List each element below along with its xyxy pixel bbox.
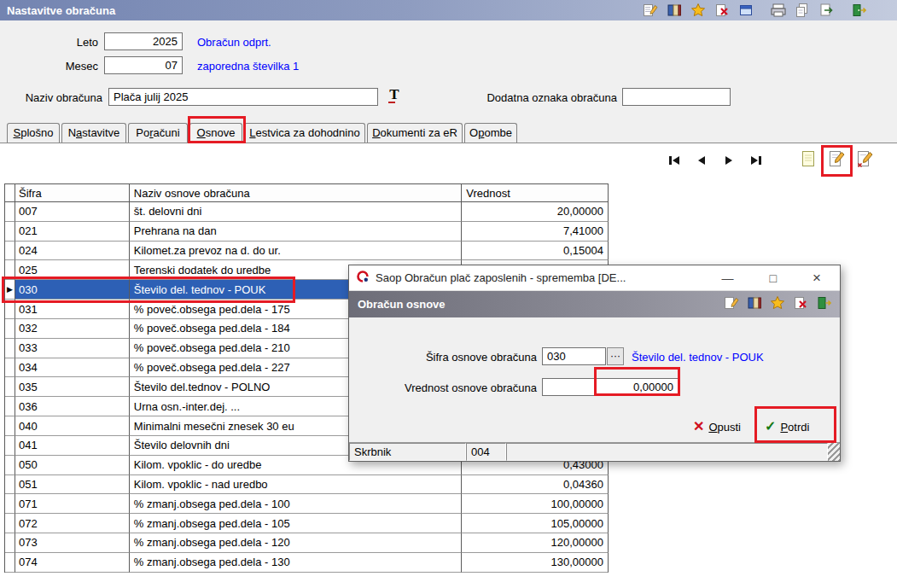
tab-osnove[interactable]: Osnove xyxy=(189,123,242,143)
cancel-x-icon: ✕ xyxy=(693,420,704,434)
row-value: 20,00000 xyxy=(462,202,609,222)
exit-icon[interactable] xyxy=(816,295,831,313)
minimize-icon[interactable]: — xyxy=(722,270,734,287)
header-naziv[interactable]: Naziv osnove obračuna xyxy=(130,183,462,202)
row-value: 0,15004 xyxy=(462,242,609,261)
table-row[interactable]: 051 Kilom. vpoklic - nad uredbo 0,04360 xyxy=(5,475,609,495)
row-indicator xyxy=(5,416,15,436)
window-title: Nastavitve obračuna xyxy=(7,4,115,17)
row-code: 050 xyxy=(15,456,130,475)
row-name: % zmanj.obsega ped.dela - 130 xyxy=(130,553,462,573)
lookup-icon[interactable] xyxy=(747,295,762,313)
maximize-icon[interactable]: □ xyxy=(770,270,777,287)
tab-dokumenti-za-er[interactable]: Dokumenti za eR xyxy=(367,123,463,143)
leto-label: Leto xyxy=(17,36,98,49)
naziv-obracuna-field[interactable] xyxy=(108,88,378,106)
row-code: 036 xyxy=(15,397,130,416)
leto-field[interactable] xyxy=(104,32,183,50)
row-code: 051 xyxy=(15,475,130,495)
vrednost-osnove-field[interactable] xyxy=(542,378,679,396)
first-record-icon[interactable] xyxy=(664,151,684,170)
font-icon[interactable]: T xyxy=(387,86,402,103)
row-indicator xyxy=(5,533,15,553)
mesec-label: Mesec xyxy=(17,60,98,73)
row-code: 072 xyxy=(15,514,130,533)
row-indicator xyxy=(5,202,15,222)
lookup-icon[interactable] xyxy=(665,2,684,19)
window-icon[interactable] xyxy=(737,2,755,19)
row-indicator xyxy=(5,260,15,280)
dialog-status-bar: Skrbnik 004 xyxy=(349,442,840,461)
tab-nastavitve[interactable]: Nastavitve xyxy=(61,123,126,143)
tab-splosno[interactable]: Splošno xyxy=(7,123,60,143)
table-row[interactable]: 071 % zmanj.obsega ped.dela - 100 100,00… xyxy=(5,494,609,514)
row-name: % zmanj.obsega ped.dela - 100 xyxy=(130,494,462,514)
table-row[interactable]: 073 % zmanj.obsega ped.dela - 120 120,00… xyxy=(5,533,609,553)
row-code: 034 xyxy=(15,358,130,378)
main-titlebar[interactable]: Nastavitve obračuna xyxy=(0,0,897,20)
edit-icon[interactable] xyxy=(724,295,739,313)
last-record-icon[interactable] xyxy=(746,151,766,170)
row-code: 021 xyxy=(15,222,130,242)
table-header: Šifra Naziv osnove obračuna Vrednost xyxy=(4,183,609,202)
tab-lestvica-za-dohodnino[interactable]: Lestvica za dohodnino xyxy=(244,123,365,143)
edit-icon[interactable] xyxy=(641,2,660,19)
tab-opombe[interactable]: Opombe xyxy=(464,123,517,143)
dodatna-oznaka-field[interactable] xyxy=(622,88,731,106)
table-row[interactable]: 024 Kilomet.za prevoz na d. do ur. 0,150… xyxy=(5,242,609,261)
delete-icon[interactable] xyxy=(793,295,808,313)
row-code: 025 xyxy=(15,260,130,280)
insert-record-icon[interactable] xyxy=(799,148,818,169)
naziv-obracuna-label: Naziv obračuna xyxy=(4,91,102,104)
potrdi-label: Potrdi xyxy=(780,421,809,434)
row-name: št. delovni dni xyxy=(130,202,462,222)
row-indicator xyxy=(5,300,15,319)
table-row[interactable]: 021 Prehrana na dan 7,41000 xyxy=(5,222,609,242)
mesec-field[interactable] xyxy=(104,56,183,74)
tab-bar: Splošno Nastavitve Poračuni Osnove Lestv… xyxy=(7,123,519,143)
print-icon[interactable] xyxy=(769,2,788,19)
header-vrednost[interactable]: Vrednost xyxy=(462,183,609,202)
dodatna-oznaka-label: Dodatna oznaka obračuna xyxy=(476,91,617,104)
next-record-icon[interactable] xyxy=(719,151,739,170)
row-indicator xyxy=(5,280,15,300)
table-row[interactable]: 007 št. delovni dni 20,00000 xyxy=(5,202,609,222)
zaporedna-stevilka-text: zaporedna številka 1 xyxy=(197,60,299,73)
export-icon[interactable] xyxy=(817,2,836,19)
dialog-header-toolbar xyxy=(724,295,831,313)
row-indicator xyxy=(5,494,15,514)
dialog-panel-title: Obračun osnove xyxy=(358,298,724,311)
dialog-titlebar[interactable]: Saop Obračun plač zaposlenih - sprememba… xyxy=(349,265,840,291)
row-code: 035 xyxy=(15,377,130,397)
row-value: 130,00000 xyxy=(462,553,609,573)
resize-grip[interactable] xyxy=(828,443,840,461)
row-value: 7,41000 xyxy=(462,222,609,242)
copy-icon[interactable] xyxy=(793,2,812,19)
favorites-star-icon[interactable] xyxy=(689,2,708,19)
tab-poracuni[interactable]: Poračuni xyxy=(128,123,188,143)
close-icon[interactable]: × xyxy=(813,270,821,287)
edit-advanced-icon[interactable] xyxy=(855,148,874,169)
obracun-osnove-dialog: Saop Obračun plač zaposlenih - sprememba… xyxy=(348,265,841,462)
row-indicator xyxy=(5,475,15,495)
table-row[interactable]: 074 % zmanj.obsega ped.dela - 130 130,00… xyxy=(5,553,609,573)
exit-icon[interactable] xyxy=(849,2,868,19)
sifra-osnove-field[interactable] xyxy=(542,347,606,365)
favorites-star-icon[interactable] xyxy=(770,295,785,313)
obracun-status-text: Obračun odprt. xyxy=(197,36,271,49)
lookup-dots-button[interactable]: ··· xyxy=(607,347,624,365)
row-code: 024 xyxy=(15,242,130,261)
table-row[interactable]: 072 % zmanj.obsega ped.dela - 105 105,00… xyxy=(5,514,609,533)
row-value: 0,04360 xyxy=(462,475,609,495)
previous-record-icon[interactable] xyxy=(691,151,712,170)
potrdi-button[interactable]: ✓ Potrdi xyxy=(765,420,809,434)
row-code: 040 xyxy=(15,416,130,436)
row-code: 031 xyxy=(15,300,130,319)
edit-record-icon[interactable] xyxy=(827,148,846,169)
header-sifra[interactable]: Šifra xyxy=(15,183,130,202)
record-actions xyxy=(799,148,874,169)
row-name: Prehrana na dan xyxy=(130,222,462,242)
confirm-check-icon: ✓ xyxy=(765,420,776,434)
opusti-button[interactable]: ✕ Opusti xyxy=(693,420,741,434)
delete-icon[interactable] xyxy=(713,2,731,19)
